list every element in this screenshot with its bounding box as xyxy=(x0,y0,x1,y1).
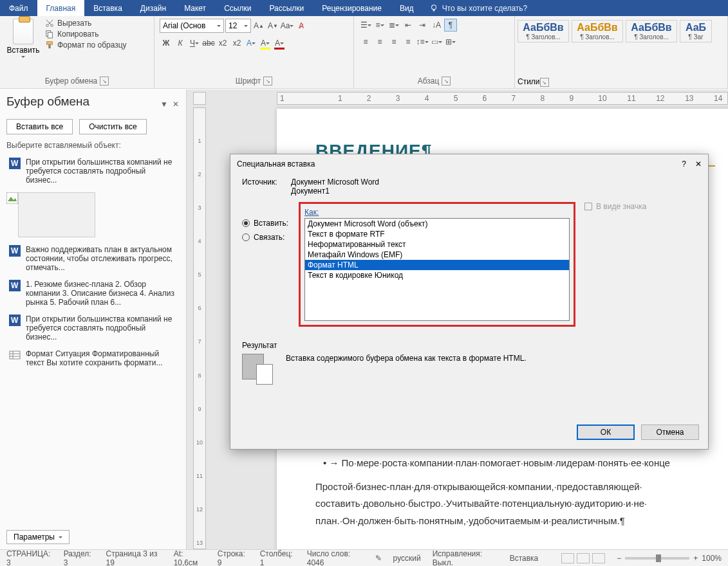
tab-layout[interactable]: Макет xyxy=(175,0,215,16)
tell-me-search[interactable]: Что вы хотите сделать? xyxy=(423,0,534,16)
show-marks-button[interactable]: ¶ xyxy=(444,19,457,32)
superscript-button[interactable]: x2 xyxy=(230,37,243,50)
indent-right-button[interactable]: ⇥ xyxy=(416,19,429,32)
clipboard-item[interactable]: W При открытии большинства компаний не т… xyxy=(6,154,180,188)
zoom-level[interactable]: 100% xyxy=(702,554,722,563)
clear-formatting-button[interactable]: A̷ xyxy=(295,19,308,32)
clipboard-item[interactable]: W При открытии большинства компаний не т… xyxy=(6,311,180,345)
underline-button[interactable]: Ч xyxy=(188,37,201,50)
tab-file[interactable]: Файл xyxy=(0,0,37,16)
clipboard-launcher[interactable]: ↘ xyxy=(100,77,109,86)
clipboard-item[interactable]: Формат Ситуация Форматированный текст Вы… xyxy=(6,345,180,371)
status-section[interactable]: Раздел: 3 xyxy=(64,549,95,567)
paragraph-launcher[interactable]: ↘ xyxy=(442,77,451,86)
font-launcher[interactable]: ↘ xyxy=(263,77,272,86)
borders-button[interactable]: ⊞ xyxy=(444,35,457,48)
strikethrough-button[interactable]: abc xyxy=(202,37,215,50)
bold-button[interactable]: Ж xyxy=(160,37,173,50)
ok-button[interactable]: ОК xyxy=(577,424,635,440)
align-right-button[interactable]: ≡ xyxy=(387,35,400,48)
shading-button[interactable]: ▭ xyxy=(430,35,443,48)
justify-button[interactable]: ≡ xyxy=(402,35,415,48)
align-left-button[interactable]: ≡ xyxy=(359,35,372,48)
zoom-slider[interactable] xyxy=(625,557,689,560)
tab-view[interactable]: Вид xyxy=(391,0,423,16)
status-line[interactable]: Строка: 9 xyxy=(218,549,248,567)
align-center-button[interactable]: ≡ xyxy=(373,35,386,48)
print-layout-button[interactable] xyxy=(577,553,590,563)
read-mode-button[interactable] xyxy=(561,553,574,563)
font-name-combo[interactable]: Arial (Основ xyxy=(160,19,224,33)
status-page-of[interactable]: Страница 3 из 19 xyxy=(106,549,162,567)
bullets-button[interactable]: ☰ xyxy=(359,19,372,32)
style-heading-4[interactable]: АаБ¶ Заг xyxy=(680,20,712,42)
zoom-out-button[interactable]: − xyxy=(617,554,621,563)
status-insert[interactable]: Вставка xyxy=(510,554,539,563)
format-option[interactable]: Метафайл Windows (EMF) xyxy=(305,250,569,260)
ruler-corner[interactable] xyxy=(193,92,206,105)
cancel-button[interactable]: Отмена xyxy=(641,424,699,440)
taskpane-options-button[interactable]: Параметры xyxy=(6,530,70,544)
indent-left-button[interactable]: ⇤ xyxy=(402,19,415,32)
link-radio[interactable]: Связать: xyxy=(242,233,294,242)
clipboard-item-preview[interactable] xyxy=(23,192,180,237)
style-heading-1[interactable]: АаБбВв¶ Заголов... xyxy=(518,20,569,42)
format-listbox[interactable]: Документ Microsoft Word (объект)Текст в … xyxy=(304,218,570,321)
line-spacing-button[interactable]: ↕≡ xyxy=(416,35,429,48)
clear-all-button[interactable]: Очистить все xyxy=(79,119,146,134)
tab-home[interactable]: Главная xyxy=(37,0,85,16)
format-option[interactable]: Неформатированный текст xyxy=(305,239,569,250)
sort-button[interactable]: ↓A xyxy=(430,19,443,32)
status-col[interactable]: Столбец: 1 xyxy=(260,549,295,567)
status-words[interactable]: Число слов: 4046 xyxy=(307,549,364,567)
font-size-combo[interactable]: 12 xyxy=(225,19,251,33)
highlight-button[interactable]: A xyxy=(259,37,272,50)
paste-button[interactable]: Вставить xyxy=(5,19,41,58)
text-effects-button[interactable]: A xyxy=(245,37,257,50)
multilevel-button[interactable]: ≣ xyxy=(387,19,400,32)
subscript-button[interactable]: x2 xyxy=(216,37,229,50)
grow-font-button[interactable]: A▲ xyxy=(252,19,265,32)
cut-button[interactable]: Вырезать xyxy=(45,19,127,28)
taskpane-close-button[interactable]: ✕ xyxy=(172,100,180,108)
styles-gallery[interactable]: АаБбВв¶ Заголов... АаБбВв¶ Заголов... Аа… xyxy=(518,20,725,42)
zoom-in-button[interactable]: + xyxy=(693,554,698,563)
tab-review[interactable]: Рецензирование xyxy=(313,0,391,16)
chevron-down-icon xyxy=(21,56,25,58)
horizontal-ruler[interactable]: 11234567891011121314 xyxy=(277,92,728,105)
copy-button[interactable]: Копировать xyxy=(45,30,127,39)
font-color-button[interactable]: A xyxy=(273,37,286,50)
tab-design[interactable]: Дизайн xyxy=(131,0,175,16)
status-track[interactable]: Исправления: Выкл. xyxy=(433,549,498,567)
dialog-help-button[interactable]: ? xyxy=(682,160,686,169)
paste-radio[interactable]: Вставить: xyxy=(242,219,294,228)
style-heading-2[interactable]: АаБбВв¶ Заголов... xyxy=(572,20,623,42)
styles-launcher[interactable]: ↘ xyxy=(540,78,549,87)
shrink-font-button[interactable]: A▼ xyxy=(266,19,279,32)
numbering-button[interactable]: ≡ xyxy=(373,19,386,32)
style-heading-3[interactable]: АаБбВв¶ Заголов... xyxy=(626,20,677,42)
format-option[interactable]: Текст в кодировке Юникод xyxy=(305,270,569,280)
change-case-button[interactable]: Aa xyxy=(281,19,294,32)
proofing-icon[interactable]: ✎ xyxy=(375,554,382,563)
web-layout-button[interactable] xyxy=(592,553,605,563)
format-option[interactable]: Текст в формате RTF xyxy=(305,229,569,239)
format-option[interactable]: Формат HTML xyxy=(305,260,569,270)
format-painter-button[interactable]: Формат по образцу xyxy=(45,41,127,50)
chevron-down-icon xyxy=(217,25,221,27)
status-page[interactable]: СТРАНИЦА: 3 xyxy=(6,549,52,567)
tab-mailings[interactable]: Рассылки xyxy=(260,0,313,16)
italic-button[interactable]: К xyxy=(174,37,187,50)
dialog-close-button[interactable]: ✕ xyxy=(695,160,702,169)
tab-references[interactable]: Ссылки xyxy=(215,0,260,16)
tab-insert[interactable]: Вставка xyxy=(84,0,131,16)
clipboard-item[interactable]: W Важно поддерживать план в актуальном с… xyxy=(6,241,180,276)
taskpane-menu-button[interactable]: ▼ xyxy=(160,100,168,108)
vertical-ruler[interactable]: 12345678910111213 xyxy=(193,107,206,549)
status-lang[interactable]: русский xyxy=(393,554,421,563)
paste-all-button[interactable]: Вставить все xyxy=(6,119,73,134)
view-switcher[interactable] xyxy=(561,553,605,563)
format-option[interactable]: Документ Microsoft Word (объект) xyxy=(305,219,569,229)
status-at[interactable]: At: 10,6см xyxy=(174,549,206,567)
clipboard-item[interactable]: W 1. Резюме бизнес-плана 2. Обзор компан… xyxy=(6,276,180,311)
